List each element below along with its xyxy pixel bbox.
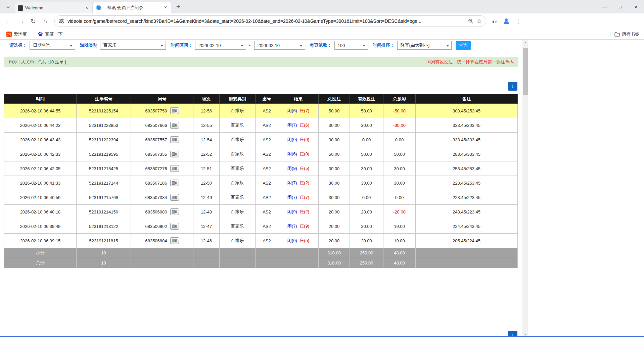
cell-total-bet[interactable]: 30.00 (319, 190, 350, 205)
column-header-10: 备注 (416, 94, 518, 104)
cell-note: 243.45/223.45 (416, 205, 518, 219)
scrollbar-thumb[interactable] (523, 48, 528, 95)
player-result: 闲(0) (287, 238, 297, 243)
tab-search-button[interactable] (3, 2, 13, 12)
tab-close-icon[interactable]: × (84, 5, 90, 11)
video-replay-button[interactable] (170, 122, 179, 129)
cell-session: 12-46 (193, 234, 220, 248)
cell-bet-id: 523191225154 (77, 104, 131, 118)
video-replay-button[interactable] (170, 136, 179, 143)
new-tab-button[interactable]: + (173, 2, 183, 12)
minimize-button[interactable]: — (597, 0, 612, 13)
browser-menu-icon[interactable]: ⋮ (515, 17, 521, 25)
cell-payout: 50.00 (383, 147, 416, 161)
banker-result: 庄(6) (300, 123, 309, 128)
cell-note: 223.45/253.45 (416, 176, 518, 190)
caret-down-icon (363, 45, 365, 47)
date-separator: ~ (249, 43, 251, 48)
bookmark-star-icon[interactable]: ☆ (477, 18, 482, 25)
tab-welcome[interactable]: Welcome × (15, 2, 93, 13)
url-text[interactable]: videoie.com/game/betrecord_search/kind3?… (67, 18, 461, 24)
cell-bet-id: 523191222394 (77, 133, 131, 147)
caret-down-icon (160, 45, 163, 47)
video-replay-button[interactable] (170, 237, 179, 244)
video-replay-button[interactable] (170, 223, 179, 230)
video-replay-button[interactable] (170, 107, 179, 114)
game-type-select[interactable]: 百家乐 (100, 41, 166, 50)
bookmark-taobao[interactable]: 淘 爱淘宝 (5, 30, 29, 38)
back-button[interactable]: ← (4, 16, 14, 26)
date-start-select[interactable]: 2026-02-10 (195, 41, 246, 50)
per-page-select[interactable]: 100 (334, 41, 368, 50)
media-controls-icon[interactable] (492, 18, 498, 24)
forward-button[interactable]: → (16, 16, 26, 26)
cell-total-bet[interactable]: 20.00 (319, 205, 350, 219)
all-bookmarks[interactable]: 所有书签 (610, 31, 639, 37)
video-replay-button[interactable] (170, 208, 179, 215)
round-number: 683506902 (145, 224, 167, 229)
close-button[interactable]: ✕ (628, 0, 644, 13)
bookmark-baidu[interactable]: 百度一下 (36, 30, 64, 38)
zoom-icon[interactable] (468, 18, 473, 24)
summary-valid-bet: 250.00 (350, 258, 383, 268)
sort-label: 时间排序： (373, 42, 395, 48)
cell-time: 2026-02-10 06:43:43 (4, 133, 77, 147)
reload-button[interactable]: ↻ (28, 16, 38, 26)
round-number: 683507355 (145, 152, 167, 157)
cell-total-bet[interactable]: 20.00 (319, 234, 350, 248)
cell-round: 683507557 (131, 133, 193, 147)
column-header-3: 场次 (193, 94, 220, 104)
video-replay-button[interactable] (170, 151, 179, 157)
tab-strip: Welcome × :::视讯 会员下注纪录::: × + — □ ✕ (0, 0, 644, 13)
maximize-button[interactable]: □ (612, 0, 628, 13)
date-end-select[interactable]: 2026-02-10 (254, 41, 305, 50)
cell-total-bet[interactable]: 30.00 (319, 161, 350, 176)
column-header-2: 局号 (131, 94, 193, 104)
summary-valid-bet: 250.00 (350, 248, 383, 258)
query-type-select[interactable]: 日期查询 (30, 41, 75, 50)
cell-time: 2026-02-10 06:39:49 (4, 219, 77, 234)
table-row: 2026-02-10 06:42:33 523191219595 6835073… (4, 147, 518, 161)
cell-game-type: 百家乐 (220, 234, 256, 248)
cell-valid-bet: 30.00 (350, 118, 383, 133)
address-bar[interactable]: videoie.com/game/betrecord_search/kind3?… (54, 15, 486, 27)
cell-total-bet[interactable]: 30.00 (319, 133, 350, 147)
all-bookmarks-label: 所有书签 (622, 31, 639, 37)
cell-total-bet[interactable]: 50.00 (319, 104, 350, 118)
cell-bet-id: 523191219595 (77, 147, 131, 161)
tab-close-icon[interactable]: × (163, 5, 169, 11)
round-number: 683507666 (145, 123, 167, 128)
profile-avatar-icon[interactable] (502, 17, 510, 25)
cell-round: 683507084 (131, 190, 193, 205)
cell-total-bet[interactable]: 30.00 (319, 176, 350, 190)
player-result: 闲(7) (287, 123, 297, 128)
bookmarks-bar: 淘 爱淘宝 百度一下 所有书签 (0, 29, 644, 40)
tab-title: :::视讯 会员下注纪录::: (103, 5, 160, 11)
cell-session: 12-55 (193, 118, 220, 133)
cell-total-bet[interactable]: 30.00 (319, 118, 350, 133)
cell-total-bet[interactable]: 20.00 (319, 219, 350, 234)
cell-time: 2026-02-10 06:40:18 (4, 205, 77, 219)
banker-result: 庄(0) (300, 151, 309, 156)
home-button[interactable]: ⌂ (40, 16, 50, 26)
tune-icon[interactable] (59, 18, 64, 24)
scroll-up-icon[interactable]: ▲ (522, 40, 528, 45)
video-replay-button[interactable] (170, 180, 179, 186)
search-button[interactable]: 查询 (456, 41, 471, 50)
round-number: 683507186 (145, 181, 167, 186)
video-replay-button[interactable] (170, 194, 179, 201)
tab-betrecord[interactable]: :::视讯 会员下注纪录::: × (93, 2, 171, 13)
video-replay-button[interactable] (170, 165, 179, 172)
date-start-value: 2026-02-10 (198, 43, 221, 48)
cell-game-type: 百家乐 (220, 133, 256, 147)
cell-time: 2026-02-10 06:44:23 (4, 118, 77, 133)
cell-round: 683507355 (131, 147, 193, 161)
cell-game-type: 百家乐 (220, 161, 256, 176)
page-1-button[interactable]: 1 (508, 82, 517, 91)
sort-select[interactable]: 降幂(由大到小) (397, 41, 452, 50)
page-content: 请选择： 日期查询 游戏类别 百家乐 时间区间： 2026-02-10 ~ 20 (0, 40, 522, 268)
vertical-scrollbar[interactable]: ▲ ▼ (522, 40, 528, 337)
summary-total-bet: 310.00 (319, 258, 350, 268)
cell-total-bet[interactable]: 50.00 (319, 147, 350, 161)
currency-total-text: 币别 : 人民币 | 总共 :10 注单 | (9, 59, 66, 65)
